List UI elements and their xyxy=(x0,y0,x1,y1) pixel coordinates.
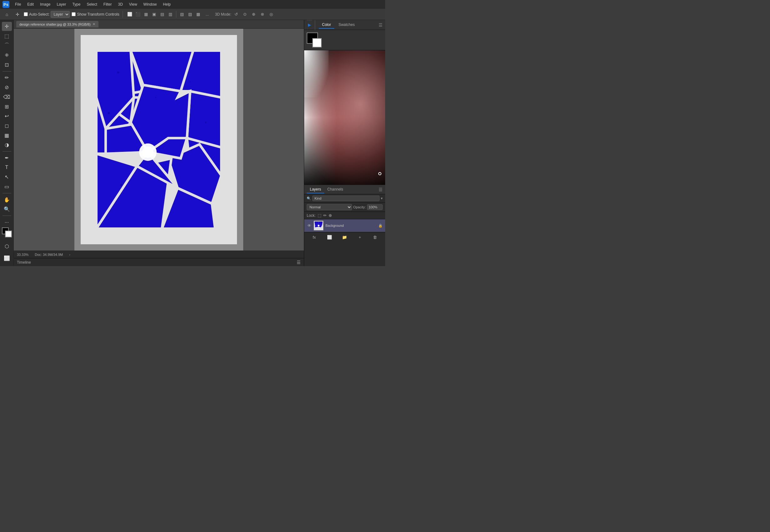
new-layer-btn[interactable]: + xyxy=(356,234,363,241)
path-select-tool[interactable]: ↖ xyxy=(2,173,12,182)
move-tool-options[interactable]: ✛ xyxy=(13,10,22,19)
separator-1 xyxy=(122,11,123,18)
tab-channels[interactable]: Channels xyxy=(324,186,346,193)
shatter-artwork xyxy=(81,35,237,244)
menu-select[interactable]: Select xyxy=(84,2,99,7)
align-bottom-btn[interactable]: ▥ xyxy=(166,11,174,18)
background-color[interactable] xyxy=(5,231,12,237)
layer-select-dropdown[interactable]: Layer xyxy=(51,11,70,18)
align-right-btn[interactable]: ▦ xyxy=(142,11,150,18)
eyedropper-tool[interactable]: ✏ xyxy=(2,73,12,82)
type-tool[interactable]: T xyxy=(2,163,12,172)
clone-tool[interactable]: ⊞ xyxy=(2,102,12,111)
menu-image[interactable]: Image xyxy=(37,2,53,7)
status-expand-btn[interactable]: › xyxy=(69,253,70,256)
tab-color[interactable]: Color xyxy=(319,21,334,29)
foreground-background-colors[interactable] xyxy=(2,227,12,237)
pen-tool[interactable]: ✒ xyxy=(2,153,12,162)
align-center-h-btn[interactable]: ⬛ xyxy=(134,11,141,18)
align-top-btn[interactable]: ▣ xyxy=(150,11,158,18)
align-left-btn[interactable]: ⬜ xyxy=(126,11,133,18)
eraser-tool[interactable]: ◻ xyxy=(2,121,12,130)
timeline-menu-icon[interactable]: ☰ xyxy=(297,260,301,265)
layers-search-row: 🔍 ▾ xyxy=(304,194,385,203)
menu-edit[interactable]: Edit xyxy=(25,2,36,7)
auto-select-label[interactable]: Auto-Select: xyxy=(24,12,49,17)
doc-tab-title: design reference shatter.jpg @ 33.3% (RG… xyxy=(19,22,91,26)
hand-tool[interactable]: ✋ xyxy=(2,195,12,204)
move-tool[interactable]: ✛ xyxy=(2,22,12,31)
layers-panel-menu[interactable]: ☰ xyxy=(379,187,383,192)
shape-tool[interactable]: ▭ xyxy=(2,182,12,191)
spot-heal-tool[interactable]: ⊘ xyxy=(2,83,12,92)
extra-tools[interactable]: ··· xyxy=(2,218,12,227)
delete-layer-btn[interactable]: 🗑 xyxy=(372,234,379,241)
quick-select-tool[interactable]: ⁜ xyxy=(2,51,12,60)
status-bar: 33.33% Doc: 34.9M/34.9M › xyxy=(14,251,304,258)
menu-type[interactable]: Type xyxy=(70,2,83,7)
layer-visibility-icon[interactable]: 👁 xyxy=(307,223,312,228)
transform-controls-checkbox[interactable] xyxy=(72,12,76,16)
blend-mode-select[interactable]: Normal xyxy=(307,204,352,210)
lock-artboards-btn[interactable]: ⊕ xyxy=(329,213,332,218)
doc-size: Doc: 34.9M/34.9M xyxy=(35,253,63,256)
align-center-v-btn[interactable]: ▤ xyxy=(158,11,166,18)
menu-file[interactable]: File xyxy=(12,2,23,7)
tab-layers[interactable]: Layers xyxy=(307,186,324,193)
zoom-tool[interactable]: 🔍 xyxy=(2,205,12,214)
3d-pan-btn[interactable]: ⊕ xyxy=(250,11,258,18)
3d-orbit-btn[interactable]: ⊙ xyxy=(241,11,249,18)
canvas-area: design reference shatter.jpg @ 33.3% (RG… xyxy=(14,20,304,266)
menu-layer[interactable]: Layer xyxy=(54,2,68,7)
layer-item-background[interactable]: 👁 Background 🔒 xyxy=(304,219,385,232)
crop-tool[interactable]: ⊡ xyxy=(2,60,12,69)
svg-point-24 xyxy=(205,122,207,123)
lasso-tool[interactable]: ⌒ xyxy=(2,41,12,50)
transform-controls-label[interactable]: Show Transform Controls xyxy=(72,12,119,17)
dist-center-btn[interactable]: ▨ xyxy=(186,11,194,18)
panel-play-icon[interactable]: ▶ xyxy=(307,22,312,28)
lock-position-btn[interactable]: ✏ xyxy=(323,213,327,218)
dodge-tool[interactable]: ◑ xyxy=(2,141,12,150)
lock-row: Lock: ⬚ ✏ ⊕ xyxy=(304,212,385,219)
add-mask-btn[interactable]: ⬜ xyxy=(326,234,333,241)
tool-sep-3 xyxy=(2,193,11,193)
new-group-btn[interactable]: 📁 xyxy=(341,234,348,241)
gradient-white-corner xyxy=(304,50,329,97)
menu-help[interactable]: Help xyxy=(160,2,173,7)
screen-mode-btn[interactable]: ⬜ xyxy=(2,253,12,263)
quick-mask-btn[interactable]: ⬡ xyxy=(2,241,12,251)
select-rect-tool[interactable]: ⬚ xyxy=(2,32,12,41)
document-tab[interactable]: design reference shatter.jpg @ 33.3% (RG… xyxy=(16,21,98,27)
svg-point-23 xyxy=(189,81,191,82)
menu-window[interactable]: Window xyxy=(141,2,159,7)
background-color-preview[interactable] xyxy=(312,38,322,47)
layers-panel: Layers Channels ☰ 🔍 ▾ Normal Opacity: Lo… xyxy=(304,185,385,266)
menu-view[interactable]: View xyxy=(127,2,140,7)
menu-3d[interactable]: 3D xyxy=(115,2,125,7)
close-tab-icon[interactable]: ✕ xyxy=(92,22,95,26)
3d-slide-btn[interactable]: ⊗ xyxy=(259,11,266,18)
canvas-scroll[interactable] xyxy=(14,29,304,251)
auto-select-checkbox[interactable] xyxy=(24,12,28,16)
layers-bottom-bar: fx ⬜ 📁 + 🗑 xyxy=(304,232,385,242)
add-fx-btn[interactable]: fx xyxy=(311,234,318,241)
color-gradient-area[interactable] xyxy=(304,50,385,185)
home-icon[interactable]: ⌂ xyxy=(2,10,11,19)
color-panel-menu[interactable]: ☰ xyxy=(379,22,383,27)
brush-tool[interactable]: ⌫ xyxy=(2,92,12,102)
layers-kind-filter[interactable] xyxy=(312,196,380,201)
panel-collapse-icon[interactable]: ◧ xyxy=(307,20,312,20)
gradient-tool[interactable]: ▦ xyxy=(2,131,12,140)
tab-swatches[interactable]: Swatches xyxy=(335,21,358,29)
lock-pixels-btn[interactable]: ⬚ xyxy=(318,213,321,218)
more-options-btn[interactable]: ... xyxy=(204,12,211,17)
opacity-input[interactable] xyxy=(367,204,383,210)
dist-left-btn[interactable]: ▧ xyxy=(178,11,186,18)
3d-rotate-btn[interactable]: ↺ xyxy=(233,11,240,18)
dist-right-btn[interactable]: ▩ xyxy=(195,11,202,18)
align-buttons: ⬜ ⬛ ▦ ▣ ▤ ▥ ▧ ▨ ▩ xyxy=(126,11,202,18)
history-brush[interactable]: ↩ xyxy=(2,112,12,121)
3d-scale-btn[interactable]: ◎ xyxy=(268,11,275,18)
menu-filter[interactable]: Filter xyxy=(101,2,114,7)
